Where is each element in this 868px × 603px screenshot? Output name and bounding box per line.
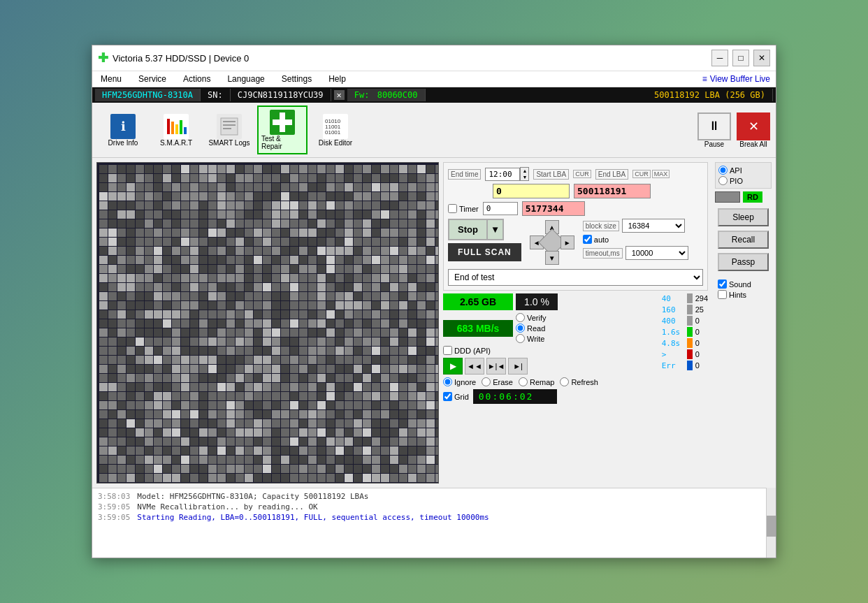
recall-button[interactable]: Recall <box>718 231 769 249</box>
stats-speed-row: 683 MB/s Verify Read <box>443 313 658 343</box>
refresh-label: Refresh <box>571 378 598 386</box>
stat-value-gt: 0 <box>695 350 700 358</box>
hints-checkbox-label: Hints <box>718 290 769 299</box>
write-option: Write <box>516 334 547 343</box>
title-bar: ✚ Victoria 5.37 HDD/SSD | Device 0 ─ □ ✕ <box>92 45 776 71</box>
log-scrollbar[interactable] <box>766 488 776 558</box>
block-size-select[interactable]: 16384 <box>622 219 685 233</box>
end-time-label: End time <box>448 169 481 180</box>
menu-item-service[interactable]: Service <box>136 73 169 85</box>
playback-controls: ▶ ◄◄ ►|◄ ►| <box>443 358 658 375</box>
view-buffer-icon: ≡ <box>702 74 707 84</box>
play-button[interactable]: ▶ <box>443 358 463 375</box>
mini-stats: 40 294 160 25 400 0 1.6 <box>662 293 708 404</box>
maximize-button[interactable]: □ <box>732 50 749 66</box>
minimize-button[interactable]: ─ <box>711 50 728 66</box>
tab-test-repair[interactable]: Test & Repair <box>257 106 308 154</box>
verify-radio[interactable] <box>516 313 525 322</box>
end-button[interactable]: ►| <box>508 358 528 375</box>
mode-rd-row: RD <box>715 191 772 203</box>
stat-bar-40 <box>687 293 693 303</box>
timeout-select[interactable]: 10000 <box>625 246 688 260</box>
full-scan-button[interactable]: FULL SCAN <box>448 243 521 261</box>
hints-checkbox[interactable] <box>718 290 727 299</box>
controls-row-1: End time ▲ ▼ Start LBA CUR End LBA <box>448 167 703 181</box>
smart-logs-label: SMART Logs <box>208 139 249 147</box>
passp-button[interactable]: Passp <box>718 253 769 271</box>
time-field[interactable] <box>485 168 520 181</box>
erase-radio[interactable] <box>482 377 491 386</box>
tab-disk-editor[interactable]: 01010 11001 01001 Disk Editor <box>310 110 361 150</box>
api-radio[interactable] <box>718 166 728 175</box>
menubar: Menu Service Actions Language Settings H… <box>92 71 776 87</box>
time-down-btn[interactable]: ▼ <box>521 174 528 180</box>
menu-item-language[interactable]: Language <box>224 73 267 85</box>
tab-drive-info[interactable]: ℹ Drive Info <box>98 110 148 150</box>
write-radio[interactable] <box>516 334 525 343</box>
menu-item-settings[interactable]: Settings <box>279 73 314 85</box>
ignore-option: Ignore <box>443 377 476 386</box>
start-lba-field[interactable] <box>493 184 570 198</box>
nav-right-button[interactable]: ► <box>560 235 574 249</box>
stat-value-1.6s: 0 <box>695 328 700 336</box>
menu-item-menu[interactable]: Menu <box>98 73 124 85</box>
menu-item-help[interactable]: Help <box>326 73 349 85</box>
block-size-label: block size <box>583 221 619 231</box>
break-button[interactable]: ✕ <box>737 112 770 140</box>
remap-radio[interactable] <box>519 377 528 386</box>
mode-indicator <box>715 191 740 203</box>
stat-row-400: 400 0 <box>662 316 708 326</box>
smart-icon <box>164 114 189 139</box>
timer-value-field[interactable] <box>483 202 518 215</box>
sound-checkbox-label: Sound <box>718 279 769 289</box>
svg-rect-6 <box>223 121 236 122</box>
end-lba-field[interactable] <box>574 184 651 198</box>
ddd-row: DDD (API) <box>443 346 658 355</box>
tab-smart[interactable]: S.M.A.R.T <box>151 110 201 150</box>
stat-bar-4.8s <box>687 338 693 348</box>
timer-checkbox[interactable] <box>448 204 457 213</box>
grid-checkbox[interactable] <box>443 392 452 401</box>
stat-value-err: 0 <box>695 361 700 370</box>
nav-down-button[interactable]: ▼ <box>545 251 559 265</box>
stat-bar-err <box>687 361 693 370</box>
menu-item-actions[interactable]: Actions <box>180 73 213 85</box>
app-icon: ✚ <box>98 50 108 66</box>
ddd-checkbox[interactable] <box>443 346 452 355</box>
view-buffer-live[interactable]: ≡ View Buffer Live <box>702 74 770 84</box>
toolbar: ℹ Drive Info S.M.A.R.T <box>92 103 776 158</box>
pio-radio[interactable] <box>718 176 728 185</box>
svg-rect-3 <box>180 120 182 134</box>
log-line-2: 3:59:05 Starting Reading, LBA=0..5001181… <box>98 512 760 523</box>
stat-label-1.6s: 1.6s <box>662 328 684 337</box>
tab-smart-logs[interactable]: SMART Logs <box>204 110 254 150</box>
read-radio[interactable] <box>516 324 525 333</box>
sleep-button[interactable]: Sleep <box>718 208 769 226</box>
timer-value2-field[interactable] <box>522 201 585 216</box>
auto-row: auto <box>583 235 688 244</box>
log-text-0: Model: HFM256GDHTNG-8310A; Capacity 5001… <box>137 492 368 501</box>
cur-max-end: CUR MAX <box>632 170 670 178</box>
sound-checkbox[interactable] <box>718 279 727 289</box>
stat-row-40: 40 294 <box>662 293 708 303</box>
close-button[interactable]: ✕ <box>753 50 770 66</box>
stop-button[interactable]: Stop <box>448 219 488 240</box>
stat-label-160: 160 <box>662 305 684 314</box>
pause-button[interactable]: ⏸ <box>697 112 731 140</box>
ignore-radio[interactable] <box>443 377 452 386</box>
log-text-1: NVMe Recallibration... by reading... OK <box>137 502 317 511</box>
forward-button[interactable]: ►|◄ <box>486 358 506 375</box>
scan-map <box>96 162 439 484</box>
close-drive-btn[interactable]: ✕ <box>334 90 345 100</box>
stat-value-400: 0 <box>695 317 700 325</box>
time-up-btn[interactable]: ▲ <box>521 168 528 174</box>
svg-text:01001: 01001 <box>325 129 341 136</box>
title-bar-left: ✚ Victoria 5.37 HDD/SSD | Device 0 <box>98 50 249 66</box>
stop-dropdown-button[interactable]: ▼ <box>488 219 504 240</box>
log-container: 3:58:03 Model: HFM256GDHTNG-8310A; Capac… <box>92 488 776 558</box>
sound-hints-panel: Sound Hints <box>715 277 772 302</box>
back-button[interactable]: ◄◄ <box>465 358 484 375</box>
end-of-test-select[interactable]: End of test <box>448 269 703 286</box>
auto-checkbox[interactable] <box>583 235 592 244</box>
refresh-radio[interactable] <box>560 377 569 386</box>
